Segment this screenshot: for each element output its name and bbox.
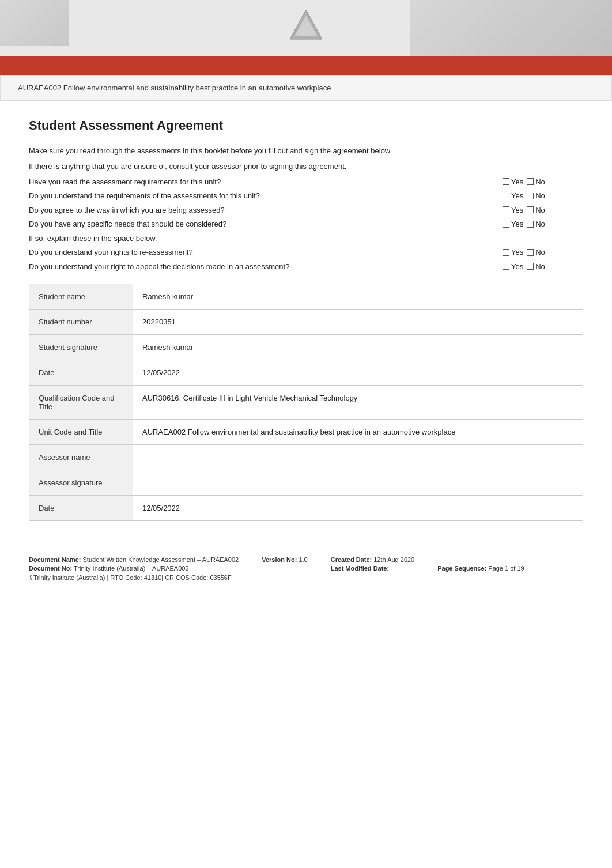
table-value-student-number: 20220351 xyxy=(133,310,583,335)
checkbox-label-no-3: No xyxy=(535,205,545,216)
logo-icon xyxy=(289,9,323,40)
checkbox-label-yes-1: Yes xyxy=(511,176,523,188)
info-table: Student name Ramesh kumar Student number… xyxy=(29,284,583,521)
checkbox-box-yes-7 xyxy=(503,263,509,270)
footer-version-label: Version No: 1.0 xyxy=(262,556,307,563)
table-label-student-number: Student number xyxy=(29,310,133,335)
checkbox-box-yes-4 xyxy=(503,221,509,228)
checkbox-label-no-6: No xyxy=(535,247,545,258)
checkbox-no-1[interactable]: No xyxy=(527,176,545,188)
section-title: Student Assessment Agreement xyxy=(29,118,583,137)
footer-doc-no-label: Document No: Trinity Institute (Australi… xyxy=(29,565,239,572)
checkbox-no-2[interactable]: No xyxy=(527,190,545,202)
table-row-assessor-signature: Assessor signature xyxy=(29,470,583,496)
checkbox-box-no-1 xyxy=(527,178,534,185)
checkbox-no-6[interactable]: No xyxy=(527,247,545,258)
footer-doc-name-value: Student Written Knowledge Assessment – A… xyxy=(83,556,239,563)
unit-subtitle-bar: AURAEA002 Follow environmental and susta… xyxy=(0,75,612,101)
checkbox-no-7[interactable]: No xyxy=(527,261,545,273)
checkbox-group-7: Yes No xyxy=(503,261,583,273)
checkbox-box-yes-6 xyxy=(503,249,509,256)
table-value-qualification: AUR30616: Certificate III in Light Vehic… xyxy=(133,386,583,420)
table-value-unit: AURAEA002 Follow environmental and susta… xyxy=(133,420,583,445)
footer-page-value: Page 1 of 19 xyxy=(488,565,524,572)
header-bg-right xyxy=(410,0,612,58)
footer-created-value: 12th Aug 2020 xyxy=(373,556,414,563)
question-text-2: Do you understand the requirements of th… xyxy=(29,190,503,202)
intro-line1: Make sure you read through the assessmen… xyxy=(29,145,583,157)
table-row-student-signature: Student signature Ramesh kumar xyxy=(29,335,583,360)
table-label-date-student: Date xyxy=(29,360,133,386)
checkbox-group-4: Yes No xyxy=(503,218,583,230)
table-value-date-assessor: 12/05/2022 xyxy=(133,496,583,521)
footer: Document Name: Student Written Knowledge… xyxy=(0,550,612,587)
checkbox-label-no-1: No xyxy=(535,176,545,188)
question-row-7: Do you understand your right to appeal t… xyxy=(29,261,583,273)
table-row-date-student: Date 12/05/2022 xyxy=(29,360,583,386)
table-row-assessor-name: Assessor name xyxy=(29,445,583,470)
checkbox-box-yes-3 xyxy=(503,206,509,213)
question-text-5: If so, explain these in the space below. xyxy=(29,233,583,244)
checkbox-yes-4[interactable]: Yes xyxy=(503,218,523,230)
footer-doc-no-value: Trinity Institute (Australia) – AURAEA00… xyxy=(74,565,189,572)
table-label-assessor-signature: Assessor signature xyxy=(29,470,133,496)
checkbox-label-yes-7: Yes xyxy=(511,261,523,273)
header-red-bar xyxy=(0,56,612,73)
unit-subtitle-text: AURAEA002 Follow environmental and susta… xyxy=(18,84,331,92)
table-value-assessor-name xyxy=(133,445,583,470)
table-row-qualification: Qualification Code and Title AUR30616: C… xyxy=(29,386,583,420)
checkbox-yes-2[interactable]: Yes xyxy=(503,190,523,202)
footer-modified-label: Last Modified Date: xyxy=(331,565,415,572)
footer-row2: ©Trinity Institute (Australia) | RTO Cod… xyxy=(29,574,583,581)
checkbox-box-yes-1 xyxy=(503,178,509,185)
checkbox-yes-7[interactable]: Yes xyxy=(503,261,523,273)
footer-copyright: ©Trinity Institute (Australia) | RTO Cod… xyxy=(29,574,232,581)
checkbox-box-yes-2 xyxy=(503,193,509,199)
table-row-unit: Unit Code and Title AURAEA002 Follow env… xyxy=(29,420,583,445)
checkbox-yes-3[interactable]: Yes xyxy=(503,205,523,216)
question-text-1: Have you read the assessment requirement… xyxy=(29,176,503,188)
footer-col-version: Version No: 1.0 xyxy=(262,556,307,572)
intro-line2: If there is anything that you are unsure… xyxy=(29,161,583,173)
checkbox-yes-1[interactable]: Yes xyxy=(503,176,523,188)
question-text-7: Do you understand your right to appeal t… xyxy=(29,261,503,273)
checkbox-group-6: Yes No xyxy=(503,247,583,258)
table-value-student-signature: Ramesh kumar xyxy=(133,335,583,360)
footer-doc-name-label: Document Name: Student Written Knowledge… xyxy=(29,556,239,563)
main-content: Student Assessment Agreement Make sure y… xyxy=(0,107,612,533)
checkbox-label-no-7: No xyxy=(535,261,545,273)
table-label-student-name: Student name xyxy=(29,284,133,310)
table-label-assessor-name: Assessor name xyxy=(29,445,133,470)
checkbox-yes-6[interactable]: Yes xyxy=(503,247,523,258)
header-logo-area xyxy=(289,9,323,40)
question-row-5: If so, explain these in the space below. xyxy=(29,233,583,244)
question-text-3: Do you agree to the way in which you are… xyxy=(29,205,503,216)
checkbox-label-yes-4: Yes xyxy=(511,218,523,230)
question-row-3: Do you agree to the way in which you are… xyxy=(29,205,583,216)
table-label-date-assessor: Date xyxy=(29,496,133,521)
checkbox-label-yes-6: Yes xyxy=(511,247,523,258)
table-row-student-number: Student number 20220351 xyxy=(29,310,583,335)
header-bg-left xyxy=(0,0,69,46)
footer-col-page: Page Sequence: Page 1 of 19 xyxy=(437,565,524,572)
checkbox-box-no-3 xyxy=(527,206,534,213)
checkbox-no-3[interactable]: No xyxy=(527,205,545,216)
red-bar-center xyxy=(46,56,612,73)
question-text-4: Do you have any specific needs that shou… xyxy=(29,218,503,230)
question-row-6: Do you understand your rights to re-asse… xyxy=(29,247,583,258)
footer-col-docname: Document Name: Student Written Knowledge… xyxy=(29,556,239,572)
checkbox-no-4[interactable]: No xyxy=(527,218,545,230)
checkbox-box-no-6 xyxy=(527,249,534,256)
checkbox-label-yes-3: Yes xyxy=(511,205,523,216)
checkbox-box-no-7 xyxy=(527,263,534,270)
checkbox-group-2: Yes No xyxy=(503,190,583,202)
footer-version-value: 1.0 xyxy=(299,556,307,563)
footer-row1: Document Name: Student Written Knowledge… xyxy=(29,556,583,572)
table-value-assessor-signature xyxy=(133,470,583,496)
table-label-qualification: Qualification Code and Title xyxy=(29,386,133,420)
question-row-1: Have you read the assessment requirement… xyxy=(29,176,583,188)
checkbox-label-no-4: No xyxy=(535,218,545,230)
footer-created-label: Created Date: 12th Aug 2020 xyxy=(331,556,415,563)
red-bar-left xyxy=(0,56,46,73)
table-value-student-name: Ramesh kumar xyxy=(133,284,583,310)
